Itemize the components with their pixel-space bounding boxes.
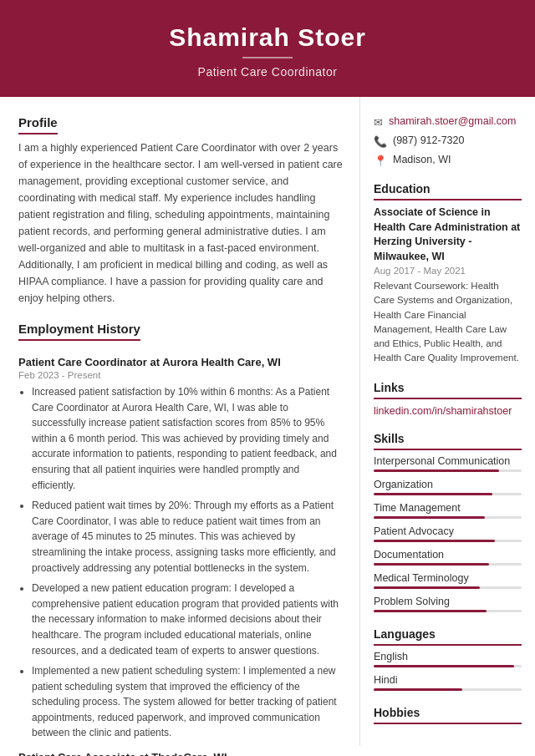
job-2: Patient Care Associate at ThedaCare, WI … (18, 751, 344, 756)
skill-item: Medical Terminology (374, 572, 522, 589)
language-bar-fill (374, 688, 462, 691)
profile-section: Profile I am a highly experienced Patien… (18, 115, 344, 307)
skill-name: Problem Solving (374, 596, 522, 607)
phone-icon: 📞 (374, 135, 387, 148)
job-1: Patient Care Coordinator at Aurora Healt… (18, 356, 344, 741)
languages-section: Languages English Hindi (374, 627, 522, 691)
contact-section: ✉ shamirah.stoer@gmail.com 📞 (987) 912-7… (374, 115, 522, 167)
location-icon: 📍 (374, 155, 387, 167)
languages-heading: Languages (374, 627, 522, 646)
education-heading: Education (374, 182, 522, 200)
language-item: English (374, 651, 522, 667)
resume-header: Shamirah Stoer Patient Care Coordinator (0, 0, 535, 97)
skill-bar-fill (374, 469, 499, 472)
profile-heading: Profile (18, 115, 58, 134)
language-name: English (374, 651, 522, 662)
skill-name: Medical Terminology (374, 572, 522, 584)
edu-degree: Associate of Science in Health Care Admi… (374, 205, 522, 264)
hobbies-section: Hobbies (374, 706, 522, 724)
employment-heading: Employment History (18, 322, 140, 341)
skill-item: Organization (374, 479, 522, 495)
linkedin-link-item: linkedin.com/in/shamirahstoer (374, 404, 522, 417)
job-1-dates: Feb 2023 - Present (18, 370, 344, 380)
email-link[interactable]: shamirah.stoer@gmail.com (389, 115, 516, 127)
candidate-title: Patient Care Coordinator (17, 65, 518, 79)
header-divider (242, 57, 293, 58)
skill-bar-fill (374, 586, 480, 589)
candidate-name: Shamirah Stoer (17, 23, 518, 52)
skill-name: Interpersonal Communication (374, 455, 522, 467)
language-name: Hindi (374, 674, 522, 686)
job-1-title: Patient Care Coordinator at Aurora Healt… (18, 356, 344, 368)
profile-text: I am a highly experienced Patient Care C… (18, 140, 344, 307)
contact-location: 📍 Madison, WI (374, 154, 522, 167)
skill-item: Patient Advocacy (374, 525, 522, 542)
skill-bar-bg (374, 469, 522, 472)
edu-coursework: Relevant Coursework: Health Care Systems… (374, 279, 522, 366)
right-column: ✉ shamirah.stoer@gmail.com 📞 (987) 912-7… (359, 97, 535, 746)
skill-item: Time Management (374, 502, 522, 519)
hobbies-heading: Hobbies (374, 706, 522, 724)
skills-heading: Skills (374, 432, 522, 450)
contact-phone: 📞 (987) 912-7320 (374, 134, 522, 148)
contact-email: ✉ shamirah.stoer@gmail.com (374, 115, 522, 129)
skill-bar-bg (374, 493, 522, 495)
job-1-bullet-2: Reduced patient wait times by 20%: Throu… (32, 498, 344, 576)
language-bar-bg (374, 688, 522, 691)
education-section: Education Associate of Science in Health… (374, 182, 522, 366)
body-layout: Profile I am a highly experienced Patien… (0, 97, 535, 756)
email-icon: ✉ (374, 116, 383, 129)
language-item: Hindi (374, 674, 522, 691)
job-1-bullet-1: Increased patient satisfaction by 10% wi… (32, 384, 344, 493)
skill-bar-fill (374, 610, 487, 612)
links-section: Links linkedin.com/in/shamirahstoer (374, 381, 522, 417)
job-1-bullet-4: Implemented a new patient scheduling sys… (32, 663, 344, 741)
skills-section: Skills Interpersonal Communication Organ… (374, 432, 522, 612)
skill-bar-bg (374, 540, 522, 542)
language-bar-fill (374, 665, 514, 667)
skill-bar-bg (374, 586, 522, 589)
links-heading: Links (374, 381, 522, 399)
skill-bar-fill (374, 563, 489, 566)
skill-item: Documentation (374, 549, 522, 566)
linkedin-link[interactable]: linkedin.com/in/shamirahstoer (374, 405, 512, 417)
skill-bar-bg (374, 563, 522, 566)
skills-list: Interpersonal Communication Organization… (374, 455, 522, 612)
language-bar-bg (374, 665, 522, 667)
skill-name: Time Management (374, 502, 522, 514)
skill-bar-fill (374, 540, 495, 542)
skill-bar-fill (374, 516, 485, 519)
skill-item: Interpersonal Communication (374, 455, 522, 472)
languages-list: English Hindi (374, 651, 522, 691)
skill-name: Documentation (374, 549, 522, 561)
skill-bar-fill (374, 493, 492, 495)
skill-name: Patient Advocacy (374, 525, 522, 537)
left-column: Profile I am a highly experienced Patien… (0, 97, 359, 756)
skill-bar-bg (374, 610, 522, 612)
location-text: Madison, WI (393, 154, 451, 165)
job-1-bullet-3: Developed a new patient education progra… (32, 581, 344, 658)
edu-dates: Aug 2017 - May 2021 (374, 266, 522, 276)
employment-section: Employment History Patient Care Coordina… (18, 322, 344, 756)
phone-number: (987) 912-7320 (393, 134, 464, 146)
job-2-title: Patient Care Associate at ThedaCare, WI (18, 751, 344, 756)
job-1-bullets: Increased patient satisfaction by 10% wi… (18, 384, 344, 741)
skill-item: Problem Solving (374, 596, 522, 612)
skill-name: Organization (374, 479, 522, 490)
skill-bar-bg (374, 516, 522, 519)
